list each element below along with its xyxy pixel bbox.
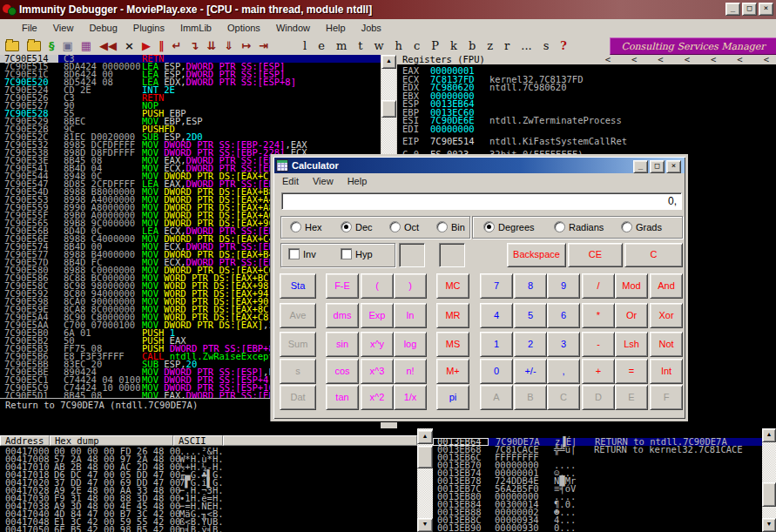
toolbar-letter-e[interactable]: e	[318, 39, 325, 52]
calc-button-2[interactable]: 2	[514, 332, 547, 357]
calc-button-mc[interactable]: MC	[436, 273, 469, 299]
calc-button-xor[interactable]: Xor	[650, 303, 683, 328]
calc-button-1[interactable]: 1	[480, 332, 513, 357]
calc-button-6[interactable]: 6	[547, 303, 580, 328]
calc-button-fe[interactable]: F-E	[326, 273, 359, 299]
cpu-view-icon[interactable]: ▦	[81, 39, 91, 52]
attach-process-icon[interactable]	[27, 41, 41, 51]
radio-grads-icon[interactable]	[621, 221, 632, 232]
calc-button-exp[interactable]: Exp	[361, 303, 394, 328]
menu-plugins[interactable]: Plugins	[125, 21, 172, 35]
calc-button-x3[interactable]: x^3	[361, 359, 394, 384]
radio-dec-icon[interactable]	[341, 221, 352, 232]
toolbar-letter-b[interactable]: b	[469, 39, 476, 52]
calc-button-lsh[interactable]: Lsh	[615, 332, 648, 357]
toolbar-letter-help[interactable]: ?	[560, 39, 567, 52]
calc-ce-button[interactable]: CE	[568, 243, 623, 267]
calc-button-dms[interactable]: dms	[326, 303, 359, 328]
stack-row[interactable]: 0013EB7400000001☺...	[433, 469, 762, 477]
stack-row[interactable]: 0013EB78724DDB4EN█Mr	[433, 477, 762, 485]
calc-button-9[interactable]: 9	[547, 273, 580, 299]
calc-button-or[interactable]: Or	[615, 303, 648, 328]
stack-row[interactable]: 0013EB687C81CACE╬╩ü|RETURN to kernel32.7…	[433, 446, 762, 454]
app-titlebar[interactable]: Immunity Debugger - MoviePlay.exe - [CPU…	[0, 0, 776, 19]
base-bin[interactable]: Bin	[436, 221, 465, 232]
toolbar-letter-P[interactable]: P	[431, 39, 439, 52]
base-oct[interactable]: Oct	[389, 221, 419, 232]
calc-button-4[interactable]: 4	[480, 303, 513, 328]
close-button[interactable]: ×	[759, 3, 773, 16]
windows-list-icon[interactable]: ▣	[63, 39, 73, 52]
checkbox-inv-icon[interactable]	[288, 248, 300, 259]
calc-button-mr[interactable]: MR	[436, 303, 469, 328]
menu-debug[interactable]: Debug	[81, 21, 125, 35]
run-icon[interactable]: ▶	[142, 39, 151, 52]
calc-backspace-button[interactable]: Backspace	[507, 243, 566, 267]
disasm-row[interactable]: 7C90E524CD 2EINT 2E	[0, 86, 381, 94]
stack-row[interactable]: 0013EB90000009300...	[433, 524, 762, 532]
trace-into-icon[interactable]: ⇊	[206, 39, 216, 52]
calc-menu-help[interactable]: Help	[341, 175, 375, 187]
minimize-button[interactable]: _	[725, 3, 740, 16]
calc-button-1x[interactable]: 1/x	[394, 385, 427, 410]
stack-row[interactable]: 0013EB8800000002☻...	[433, 508, 762, 516]
scroll-up-icon[interactable]: ▲	[381, 55, 396, 69]
calc-button-[interactable]: (	[361, 273, 394, 299]
calc-button-7[interactable]: 7	[480, 273, 513, 299]
stack-row[interactable]: 0013EB7C56A2B5F0≡╡óV	[433, 485, 762, 493]
menu-window[interactable]: Window	[268, 21, 318, 35]
step-into-icon[interactable]: ↵	[172, 39, 182, 52]
menu-immlib[interactable]: ImmLib	[172, 21, 219, 35]
menu-options[interactable]: Options	[219, 21, 268, 35]
calc-button-=[interactable]: =	[615, 359, 648, 384]
angle-degrees[interactable]: Degrees	[483, 221, 535, 232]
base-dec[interactable]: Dec	[341, 221, 373, 232]
toolbar-letter-c[interactable]: c	[414, 39, 420, 52]
calc-button-ln[interactable]: ln	[394, 303, 427, 328]
modifier-hyp[interactable]: Hyp	[341, 248, 373, 259]
radio-bin-icon[interactable]	[436, 221, 448, 232]
modifier-inv[interactable]: Inv	[288, 248, 316, 259]
calc-button-[interactable]: /	[582, 273, 615, 299]
calc-button-m+[interactable]: M+	[436, 359, 469, 384]
calc-button-5[interactable]: 5	[514, 303, 547, 328]
menu-view[interactable]: View	[45, 21, 82, 35]
toolbar-letter-w[interactable]: w	[374, 39, 383, 52]
open-file-icon[interactable]	[5, 41, 19, 51]
disasm-scroll-thumb[interactable]	[381, 100, 396, 118]
disasm-row[interactable]: 7C90E5208D5424 08LEA EDX,DWORD PTR SS:[E…	[0, 78, 381, 86]
menu-jobs[interactable]: Jobs	[354, 21, 389, 35]
calc-button-+[interactable]: +/-	[514, 359, 547, 384]
angle-grads[interactable]: Grads	[621, 221, 662, 232]
toolbar-letter-l[interactable]: l	[303, 39, 307, 52]
disasm-row[interactable]: 7C90E526C3RETN	[0, 94, 381, 102]
toolbar-letter-z[interactable]: z	[487, 39, 493, 52]
radio-degrees-icon[interactable]	[483, 221, 495, 232]
calc-button-mod[interactable]: Mod	[615, 273, 648, 299]
toolbar-letter-s[interactable]: s	[543, 39, 550, 52]
maximize-button[interactable]: □	[742, 3, 757, 16]
calc-button-x2[interactable]: x^2	[361, 385, 394, 410]
calc-button-xy[interactable]: x^y	[361, 332, 394, 357]
calc-menu-edit[interactable]: Edit	[275, 175, 306, 187]
scroll-down-icon[interactable]: ▼	[762, 518, 776, 532]
calc-button-n[interactable]: n!	[394, 359, 427, 384]
calc-button-[interactable]: -	[582, 332, 615, 357]
scroll-down-icon[interactable]: ▼	[417, 518, 433, 532]
calc-button-3[interactable]: 3	[547, 332, 580, 357]
calc-c-button[interactable]: C	[624, 243, 683, 267]
run-to-user-icon[interactable]: ⇥	[259, 39, 268, 52]
base-hex[interactable]: Hex	[290, 221, 322, 232]
calc-button-[interactable]: )	[394, 273, 427, 299]
stack-scrollbar[interactable]: ▲ ▼	[762, 428, 776, 532]
calc-button-cos[interactable]: cos	[326, 359, 359, 384]
calculator-titlebar[interactable]: Calculator _ □ ×	[274, 158, 685, 173]
radio-oct-icon[interactable]	[389, 221, 401, 232]
stack-row[interactable]: 0013EB6CFFFFFFFF	[433, 454, 762, 461]
stack-pane[interactable]: 0013EB647C90DE7Az▐É|RETURN to ntdll.7C90…	[433, 428, 762, 532]
calc-close-button[interactable]: ×	[666, 160, 681, 173]
radio-hex-icon[interactable]	[290, 221, 301, 232]
calc-button-+[interactable]: +	[582, 359, 615, 384]
calc-button-tan[interactable]: tan	[326, 385, 359, 410]
calc-button-int[interactable]: Int	[650, 359, 683, 384]
